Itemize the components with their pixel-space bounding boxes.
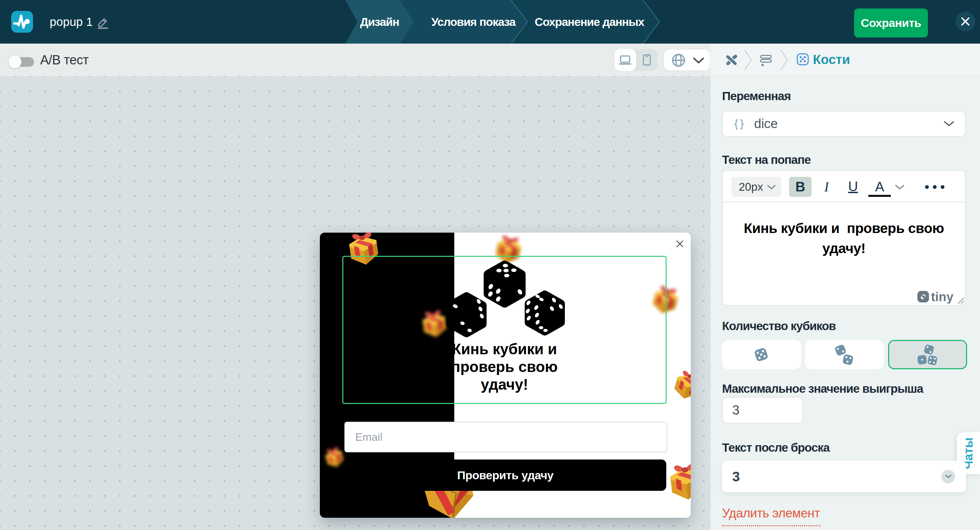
svg-text:tiny: tiny	[931, 290, 953, 303]
